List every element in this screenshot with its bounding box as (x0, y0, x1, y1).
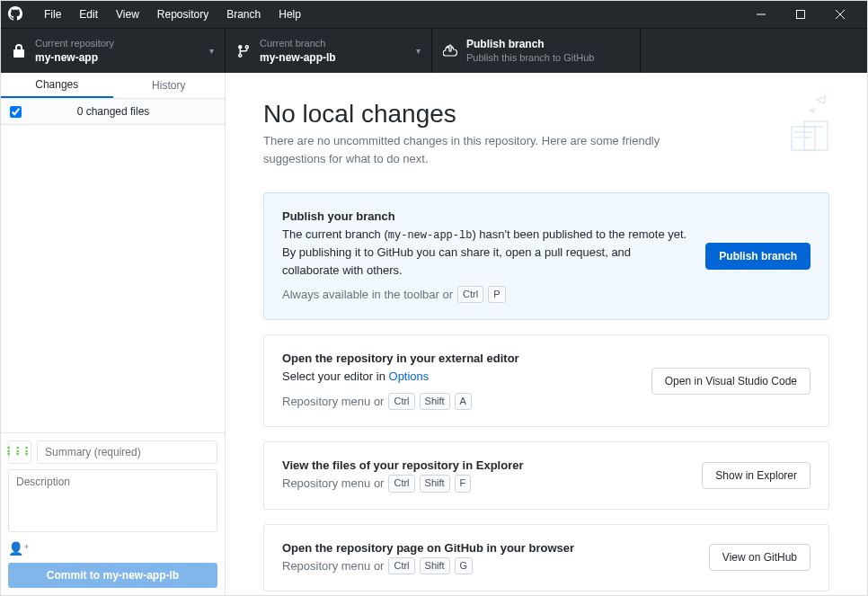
maximize-button[interactable] (781, 1, 820, 28)
publish-branch-button[interactable]: Publish branch (705, 243, 810, 270)
page-title: No local changes (263, 100, 829, 129)
menu-file[interactable]: File (35, 4, 70, 24)
close-button[interactable] (820, 1, 860, 28)
commit-button[interactable]: Commit to my-new-app-lb (8, 563, 217, 588)
card-title: Open the repository page on GitHub in yo… (282, 541, 691, 555)
menu-edit[interactable]: Edit (70, 4, 107, 24)
decorative-illustration (774, 93, 837, 159)
publish-title: Publish branch (466, 37, 629, 51)
toolbar: Current repository my-new-app ▾ Current … (1, 28, 867, 73)
branch-name: my-new-app-lb (260, 50, 416, 65)
add-coauthor[interactable]: 👤⁺ (8, 541, 217, 556)
repo-label: Current repository (35, 37, 209, 50)
card-hint: Repository menu or CtrlShiftA (282, 393, 633, 410)
menu-branch[interactable]: Branch (217, 4, 270, 24)
chevron-down-icon: ▾ (209, 46, 214, 56)
options-link[interactable]: Options (389, 369, 430, 383)
github-logo-icon (8, 6, 22, 23)
svg-rect-4 (792, 127, 815, 150)
changed-files-count: 0 changed files (29, 105, 216, 118)
minimize-button[interactable] (741, 1, 781, 28)
lock-icon (12, 44, 26, 58)
main-content: No local changes There are no uncommitte… (226, 73, 867, 595)
menu-repository[interactable]: Repository (148, 4, 217, 24)
user-plus-icon: 👤⁺ (8, 541, 30, 556)
tab-changes[interactable]: Changes (1, 73, 113, 98)
avatar: ⠇⠇⠇ (8, 440, 31, 464)
publish-branch-toolbar-button[interactable]: Publish branch Publish this branch to Gi… (432, 29, 641, 73)
card-open-editor: Open the repository in your external edi… (263, 334, 829, 427)
card-show-explorer: View the files of your repository in Exp… (263, 441, 829, 509)
menu-help[interactable]: Help (270, 4, 310, 24)
card-title: Publish your branch (282, 209, 687, 223)
description-input[interactable] (8, 469, 217, 532)
sidebar: Changes History 0 changed files ⠇⠇⠇ 👤⁺ C… (1, 73, 226, 595)
svg-rect-1 (797, 11, 805, 19)
changes-bar: 0 changed files (1, 99, 225, 125)
current-branch-dropdown[interactable]: Current branch my-new-app-lb ▾ (226, 29, 432, 73)
commit-panel: ⠇⠇⠇ 👤⁺ Commit to my-new-app-lb (1, 432, 225, 595)
summary-input[interactable] (37, 440, 217, 464)
card-hint: Repository menu or CtrlShiftF (282, 475, 684, 492)
publish-sub: Publish this branch to GitHub (466, 51, 629, 65)
card-description: The current branch (my-new-app-lb) hasn'… (282, 226, 687, 279)
upload-cloud-icon (443, 44, 457, 58)
repo-name: my-new-app (35, 50, 209, 65)
view-on-github-button[interactable]: View on GitHub (709, 544, 810, 571)
svg-rect-5 (804, 121, 828, 150)
current-repository-dropdown[interactable]: Current repository my-new-app ▾ (1, 29, 226, 73)
branch-label: Current branch (260, 37, 416, 50)
open-in-editor-button[interactable]: Open in Visual Studio Code (651, 368, 810, 395)
chevron-down-icon: ▾ (416, 46, 421, 56)
card-hint: Repository menu or CtrlShiftG (282, 557, 691, 574)
show-in-explorer-button[interactable]: Show in Explorer (702, 462, 810, 489)
card-title: View the files of your repository in Exp… (282, 458, 684, 472)
card-description: Select your editor in Options (282, 368, 633, 386)
titlebar: File Edit View Repository Branch Help (1, 1, 867, 28)
card-view-github: Open the repository page on GitHub in yo… (263, 524, 829, 592)
page-subtitle: There are no uncommitted changes in this… (263, 132, 722, 167)
menu-view[interactable]: View (107, 4, 148, 24)
card-hint: Always available in the toolbar or CtrlP (282, 286, 687, 303)
tab-history[interactable]: History (113, 73, 226, 98)
select-all-checkbox[interactable] (10, 106, 22, 118)
card-publish-branch: Publish your branch The current branch (… (263, 192, 829, 320)
git-branch-icon (236, 44, 251, 58)
card-title: Open the repository in your external edi… (282, 351, 633, 365)
